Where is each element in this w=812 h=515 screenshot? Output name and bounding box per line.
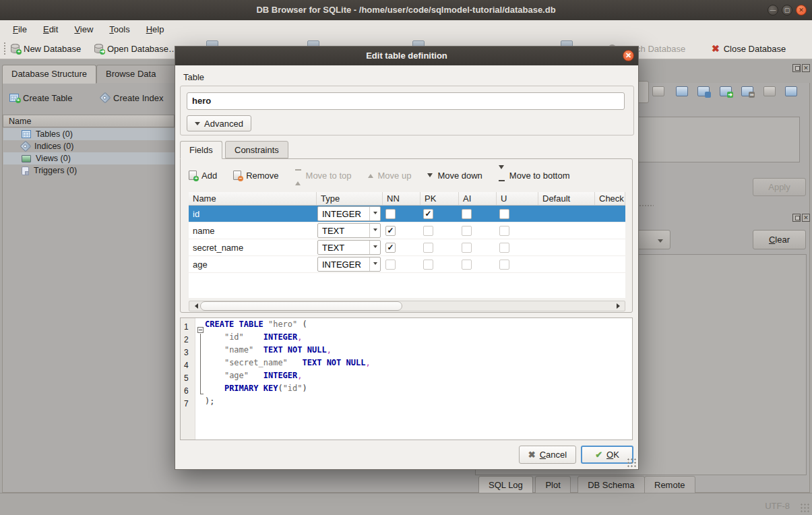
fields-horizontal-scrollbar[interactable] <box>189 301 625 311</box>
encoding-indicator[interactable]: UTF-8 <box>765 501 790 511</box>
type-dropdown[interactable]: TEXT <box>317 223 381 238</box>
tree-column-header[interactable]: Name <box>3 115 175 127</box>
dialog-close-icon[interactable]: ✕ <box>623 50 634 61</box>
u-checkbox[interactable] <box>499 243 509 253</box>
tree-item[interactable]: Tables (0) <box>3 128 175 140</box>
add-field-button[interactable]: + Add <box>189 167 217 183</box>
ai-checkbox[interactable] <box>462 243 472 253</box>
ai-checkbox[interactable] <box>462 209 472 219</box>
save-file-icon[interactable] <box>696 84 711 100</box>
new-database-button[interactable]: + New Database <box>11 40 81 57</box>
open-file-icon[interactable] <box>675 84 689 100</box>
field-row[interactable]: ageINTEGER <box>189 256 625 273</box>
export-icon[interactable]: ➜ <box>718 84 733 100</box>
maximize-button[interactable]: ▢ <box>782 5 792 16</box>
field-row[interactable]: secret_nameTEXT <box>189 239 625 256</box>
tab-database-structure[interactable]: Database Structure <box>2 65 96 84</box>
ai-checkbox[interactable] <box>462 226 472 236</box>
fields-grid-header[interactable]: NameTypeNNPKAIUDefaultCheck <box>189 192 625 206</box>
chevron-down-icon[interactable] <box>369 258 380 271</box>
column-header-default[interactable]: Default <box>538 192 595 205</box>
column-header-nn[interactable]: NN <box>383 192 420 205</box>
clear-button[interactable]: Clear <box>753 230 806 249</box>
move-down-button[interactable]: Move down <box>427 167 482 183</box>
u-checkbox[interactable] <box>499 209 509 219</box>
nn-checkbox[interactable] <box>385 226 396 236</box>
open-database-button[interactable]: ➜ Open Database… <box>94 40 177 57</box>
format-icon[interactable] <box>651 84 666 100</box>
nn-checkbox[interactable] <box>385 260 396 270</box>
ok-button[interactable]: ✔ OK <box>581 446 633 464</box>
field-row[interactable]: nameTEXT <box>189 222 625 239</box>
tree-item[interactable]: Triggers (0) <box>3 164 175 177</box>
nn-checkbox[interactable] <box>385 243 396 253</box>
chevron-down-icon[interactable] <box>369 241 380 254</box>
column-header-name[interactable]: Name <box>189 192 317 205</box>
minimize-button[interactable]: — <box>768 5 778 16</box>
log-dock-float-icon[interactable] <box>792 214 801 222</box>
scroll-right-icon[interactable] <box>614 301 625 311</box>
create-index-button[interactable]: Create Index <box>101 90 163 106</box>
table-name-input[interactable]: hero <box>187 92 625 110</box>
pk-checkbox[interactable] <box>423 209 433 219</box>
field-row[interactable]: idINTEGER <box>189 206 625 222</box>
scrollbar-thumb[interactable] <box>200 301 402 311</box>
dock-close-icon[interactable]: ✕ <box>802 64 810 72</box>
tab-constraints[interactable]: Constraints <box>225 141 288 158</box>
fold-collapse-icon[interactable] <box>197 327 204 333</box>
create-table-button[interactable]: + Create Table <box>9 90 72 106</box>
tab-fields[interactable]: Fields <box>180 141 222 159</box>
column-header-type[interactable]: Type <box>317 192 383 205</box>
column-header-u[interactable]: U <box>497 192 538 205</box>
format-icon <box>652 86 664 96</box>
tree-item[interactable]: Indices (0) <box>3 140 175 152</box>
bottom-tab-remote[interactable]: Remote <box>644 476 695 495</box>
chevron-down-icon[interactable] <box>369 224 380 237</box>
type-dropdown[interactable]: TEXT <box>317 240 381 255</box>
nn-checkbox[interactable] <box>385 209 396 219</box>
scroll-left-icon[interactable] <box>189 301 200 311</box>
bottom-tab-db-schema[interactable]: DB Schema <box>577 476 644 495</box>
dialog-resize-grip[interactable] <box>627 458 637 468</box>
link-icon[interactable]: ∞ <box>740 84 755 100</box>
toggle-icon[interactable] <box>762 84 777 100</box>
tab-browse-data[interactable]: Browse Data <box>96 65 176 83</box>
sql-preview[interactable]: 1234567 CREATE TABLE "hero" ( "id" INTEG… <box>180 317 633 440</box>
menu-view[interactable]: View <box>67 22 100 36</box>
bottom-tab-plot[interactable]: Plot <box>535 476 570 495</box>
pk-checkbox[interactable] <box>423 243 433 253</box>
u-checkbox[interactable] <box>499 260 509 270</box>
dock-float-icon[interactable] <box>792 64 801 72</box>
log-dock-close-icon[interactable]: ✕ <box>802 214 810 222</box>
column-header-check[interactable]: Check <box>595 192 625 205</box>
pk-checkbox[interactable] <box>423 226 433 236</box>
advanced-button[interactable]: Advanced <box>187 115 251 131</box>
u-checkbox[interactable] <box>499 226 509 236</box>
remove-field-button[interactable]: − Remove <box>233 167 278 183</box>
tree-item[interactable]: Views (0) <box>3 152 175 164</box>
close-button[interactable]: ✕ <box>796 5 807 16</box>
menu-edit[interactable]: Edit <box>36 22 65 36</box>
type-dropdown[interactable]: INTEGER <box>317 257 381 272</box>
menu-help[interactable]: Help <box>139 22 172 36</box>
tree-item-label: Triggers (0) <box>34 166 77 175</box>
column-header-ai[interactable]: AI <box>459 192 497 205</box>
field-name-cell[interactable]: name <box>189 226 317 236</box>
menu-tools[interactable]: Tools <box>102 22 137 36</box>
ai-checkbox[interactable] <box>462 260 472 270</box>
toolbar-drag-handle[interactable] <box>3 42 7 55</box>
close-database-button[interactable]: ✖ Close Database <box>712 40 786 57</box>
type-dropdown[interactable]: INTEGER <box>317 206 381 221</box>
move-to-bottom-button[interactable]: Move to bottom <box>499 167 570 183</box>
bottom-tab-sql-log[interactable]: SQL Log <box>478 476 533 495</box>
field-name-cell[interactable]: age <box>189 260 317 270</box>
field-name-cell[interactable]: id <box>189 209 317 219</box>
cancel-button[interactable]: ✖ Cancel <box>519 446 576 464</box>
column-header-pk[interactable]: PK <box>420 192 459 205</box>
pk-checkbox[interactable] <box>423 260 433 270</box>
print-icon[interactable] <box>784 84 799 100</box>
resize-grip[interactable] <box>800 503 810 513</box>
menu-file[interactable]: File <box>5 22 34 36</box>
field-name-cell[interactable]: secret_name <box>189 243 317 253</box>
chevron-down-icon[interactable] <box>369 207 380 220</box>
